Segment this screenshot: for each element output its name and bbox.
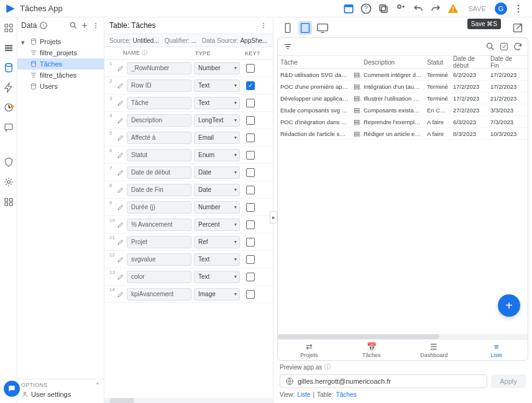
copy-icon[interactable] <box>377 2 390 15</box>
column-name-input[interactable] <box>127 62 191 75</box>
column-type-select[interactable]: Number <box>194 201 240 214</box>
edit-column-icon[interactable] <box>117 238 124 246</box>
column-name-input[interactable] <box>127 132 191 144</box>
column-type-select[interactable]: Ref <box>194 236 240 248</box>
key-checkbox[interactable] <box>246 238 255 247</box>
column-name-input[interactable] <box>127 236 191 248</box>
column-type-select[interactable]: Email <box>194 132 240 144</box>
filter-icon[interactable] <box>283 42 293 52</box>
redo-icon[interactable] <box>429 2 442 15</box>
key-checkbox[interactable] <box>246 99 255 107</box>
edit-column-icon[interactable] <box>117 65 124 72</box>
edit-column-icon[interactable] <box>117 117 124 124</box>
table-more-icon[interactable] <box>259 21 268 30</box>
intelligence-icon[interactable] <box>3 176 14 188</box>
view-link[interactable]: Liste <box>297 391 310 398</box>
column-name-input[interactable] <box>127 288 191 301</box>
refresh-icon[interactable] <box>513 42 523 52</box>
column-name-input[interactable] <box>127 184 191 196</box>
key-checkbox[interactable] <box>246 186 255 194</box>
key-checkbox[interactable] <box>246 220 255 229</box>
panel-more-icon[interactable] <box>91 21 100 30</box>
column-type-select[interactable]: Percent <box>194 219 240 231</box>
key-checkbox[interactable] <box>246 273 255 281</box>
column-name-input[interactable] <box>127 114 191 127</box>
preview-user-select[interactable]: gilles.herrgott@numericoach.fr <box>280 374 487 388</box>
table-link[interactable]: Tâches <box>336 391 357 398</box>
data-icon[interactable] <box>3 62 14 73</box>
column-name-input[interactable] <box>127 271 191 283</box>
panel-expand-handle[interactable]: ▸ <box>270 211 277 224</box>
column-type-select[interactable]: Text <box>194 79 240 92</box>
column-type-select[interactable]: Date <box>194 166 240 179</box>
tree-item-tâches[interactable]: Tâches <box>17 58 104 70</box>
tree-item-filtre_projets[interactable]: filtre_projets <box>17 47 104 58</box>
calendar-icon[interactable] <box>342 2 355 15</box>
name-info-icon[interactable]: ⓘ <box>142 50 147 56</box>
key-checkbox[interactable] <box>246 134 255 142</box>
device-tablet-icon[interactable] <box>298 21 312 35</box>
security-icon[interactable] <box>3 156 14 168</box>
more-icon[interactable] <box>512 2 525 15</box>
open-external-icon[interactable] <box>511 21 525 35</box>
preview-search-icon[interactable] <box>485 42 495 52</box>
column-name-input[interactable] <box>127 166 191 179</box>
nav-dashboard[interactable]: ☰Dashboard <box>403 340 466 360</box>
home-icon[interactable] <box>3 22 14 34</box>
key-checkbox[interactable] <box>246 81 255 90</box>
preview-row[interactable]: POC d'inégration dans Appsheet▤Reprendre… <box>278 116 528 128</box>
automation-icon[interactable] <box>3 102 14 113</box>
help-icon[interactable]: ? <box>360 2 372 15</box>
chat-fab-button[interactable] <box>4 381 20 397</box>
column-type-select[interactable]: Enum <box>194 149 240 161</box>
collapse-icon[interactable]: ⌃ <box>95 382 100 388</box>
chat-icon[interactable] <box>3 122 14 133</box>
key-checkbox[interactable] <box>246 151 255 160</box>
preview-row[interactable]: R&D utilisation SVG dans AppS...▤Comment… <box>278 69 528 81</box>
column-type-select[interactable]: Number <box>194 62 240 75</box>
edit-column-icon[interactable] <box>117 134 124 142</box>
key-checkbox[interactable] <box>246 168 255 177</box>
views-icon[interactable] <box>3 42 14 53</box>
tree-item-users[interactable]: Users <box>17 81 104 92</box>
edit-column-icon[interactable] <box>117 273 124 281</box>
preview-as-info-icon[interactable]: ⓘ <box>324 363 331 371</box>
device-desktop-icon[interactable] <box>316 21 329 35</box>
info-icon[interactable]: i <box>39 21 48 30</box>
edit-column-icon[interactable] <box>117 152 124 159</box>
column-type-select[interactable]: Date <box>194 184 240 196</box>
nav-tâches[interactable]: 📅Tâches <box>341 340 403 360</box>
warning-icon[interactable] <box>447 2 459 15</box>
column-type-select[interactable]: Text <box>194 271 240 283</box>
edit-column-icon[interactable] <box>117 186 124 194</box>
column-name-input[interactable] <box>127 79 191 92</box>
edit-column-icon[interactable] <box>117 99 124 107</box>
column-name-input[interactable] <box>127 219 191 231</box>
preview-horizontal-scrollbar[interactable] <box>278 334 528 339</box>
key-checkbox[interactable] <box>246 290 255 299</box>
preview-row[interactable]: Rédaction de l'article sur la bas...▤Réd… <box>278 128 528 140</box>
key-checkbox[interactable] <box>246 64 255 73</box>
preview-row[interactable]: Développer une application de ...▤Illust… <box>278 93 528 104</box>
edit-column-icon[interactable] <box>117 221 124 229</box>
nav-projets[interactable]: ⇄Projets <box>278 340 341 360</box>
device-phone-icon[interactable] <box>281 21 295 35</box>
search-icon[interactable] <box>69 21 78 30</box>
column-type-select[interactable]: Text <box>194 97 240 109</box>
column-name-input[interactable] <box>127 253 191 266</box>
edit-column-icon[interactable] <box>117 82 124 89</box>
edit-column-icon[interactable] <box>117 291 124 298</box>
undo-icon[interactable] <box>412 2 424 15</box>
column-name-input[interactable] <box>127 97 191 109</box>
actions-icon[interactable] <box>3 82 14 93</box>
edit-column-icon[interactable] <box>117 204 124 211</box>
tree-item-projets[interactable]: ▾Projets <box>17 36 104 47</box>
column-name-input[interactable] <box>127 149 191 161</box>
column-type-select[interactable]: LongText <box>194 114 240 127</box>
column-type-select[interactable]: Image <box>194 288 240 301</box>
user-avatar[interactable]: G <box>495 2 507 15</box>
column-type-select[interactable]: Text <box>194 253 240 266</box>
preview-row[interactable]: Etude composants svg dans vu...▤Composan… <box>278 104 528 116</box>
key-checkbox[interactable] <box>246 255 255 264</box>
key-checkbox[interactable] <box>246 116 255 125</box>
